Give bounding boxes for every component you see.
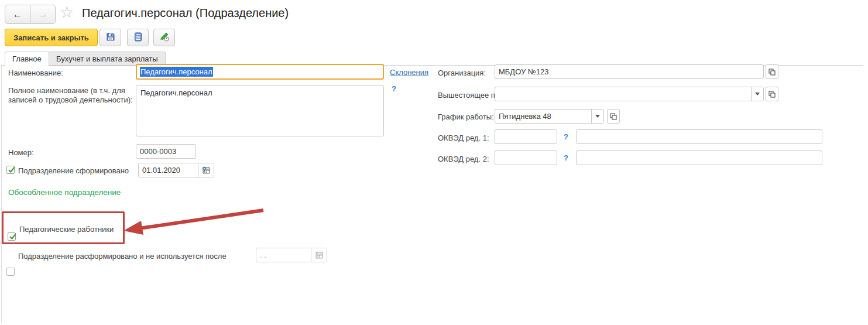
change-history-button[interactable]	[153, 29, 175, 46]
parent-division-dropdown-button[interactable]	[751, 87, 763, 101]
disbanded-date-placeholder: . .	[256, 248, 311, 262]
open-icon	[768, 69, 776, 76]
favorite-star-icon[interactable]: ☆	[60, 5, 74, 20]
disbanded-checkbox[interactable]	[6, 268, 15, 276]
organization-open-button[interactable]	[766, 64, 778, 79]
calendar-icon	[315, 251, 323, 259]
declension-link[interactable]: Склонения	[390, 68, 428, 77]
fullname-label-line1: Полное наименование (в т.ч. для	[8, 86, 125, 95]
formed-help-icon[interactable]: ?	[202, 165, 207, 174]
save-close-button[interactable]: Записать и закрыть	[5, 29, 98, 46]
okved1-name-input[interactable]	[576, 129, 822, 144]
organization-input[interactable]: МБДОУ №123	[495, 64, 764, 79]
check-icon	[8, 232, 18, 241]
formed-checkbox[interactable]	[6, 166, 15, 174]
annotation-arrow	[120, 202, 269, 238]
formed-date-value: 01.01.2020	[139, 163, 198, 177]
open-icon	[610, 113, 617, 120]
disbanded-date-calendar-button[interactable]	[311, 248, 327, 262]
tab-main[interactable]: Главное	[5, 52, 49, 66]
formed-checkbox-label[interactable]: Подразделение сформировано	[18, 166, 129, 175]
back-button[interactable]: ←	[5, 5, 30, 24]
work-schedule-open-button[interactable]	[607, 109, 620, 124]
okved1-code-input[interactable]	[495, 129, 557, 144]
pedagogical-checkbox-label[interactable]: Педагогические работники	[19, 225, 114, 234]
fullname-value: Педагогич.персонал	[140, 88, 212, 97]
forward-button[interactable]: →	[30, 5, 56, 24]
okved1-label: ОКВЭД ред. 1:	[438, 134, 489, 142]
forward-arrow-icon: →	[38, 9, 48, 20]
okved1-help-icon[interactable]: ?	[564, 132, 568, 141]
number-label: Номер:	[8, 148, 34, 157]
organization-value: МБДОУ №123	[499, 67, 549, 76]
check-icon	[7, 165, 16, 175]
separate-division-link[interactable]: Обособленное подразделение	[8, 188, 121, 197]
page-title: Педагогич.персонал (Подразделение)	[82, 6, 289, 20]
back-arrow-icon: ←	[13, 9, 23, 20]
parent-division-open-button[interactable]	[766, 87, 778, 101]
list-button[interactable]	[127, 29, 149, 46]
open-icon	[768, 91, 776, 98]
form-window: ← → ☆ Педагогич.персонал (Подразделение)…	[0, 0, 868, 325]
name-input-value: Педагогич.персонал	[140, 67, 213, 77]
organization-label: Организация:	[438, 69, 486, 77]
chevron-down-icon	[755, 93, 760, 95]
parent-division-combobox[interactable]	[495, 87, 764, 101]
pencil-clock-icon	[159, 32, 169, 43]
work-schedule-label: График работы:	[438, 112, 494, 121]
fullname-label-line2: записей о трудовой деятельности):	[8, 95, 133, 104]
work-schedule-combobox[interactable]: Пятидневка 48	[495, 109, 604, 124]
pedagogical-checkbox[interactable]	[8, 232, 16, 241]
name-label: Наименование:	[8, 69, 63, 77]
work-schedule-value: Пятидневка 48	[495, 110, 591, 123]
fullname-help-icon[interactable]: ?	[392, 84, 396, 93]
save-icon	[106, 32, 115, 43]
list-icon	[134, 32, 142, 43]
okved2-code-input[interactable]	[495, 150, 557, 165]
chevron-down-icon	[595, 115, 600, 118]
save-button[interactable]	[100, 29, 121, 46]
parent-division-value	[495, 87, 751, 101]
number-input[interactable]: 0000-0003	[136, 144, 196, 159]
disbanded-checkbox-label[interactable]: Подразделение расформировано и не исполь…	[18, 252, 227, 261]
fullname-textarea[interactable]: Педагогич.персонал	[136, 85, 384, 136]
okved2-label: ОКВЭД ред. 2:	[438, 155, 489, 163]
number-value: 0000-0003	[140, 147, 176, 156]
nav-buttons: ← →	[5, 5, 56, 24]
form-left-border	[1, 66, 2, 323]
okved2-name-input[interactable]	[576, 150, 822, 165]
work-schedule-dropdown-button[interactable]	[591, 110, 603, 123]
name-input[interactable]: Педагогич.персонал	[136, 64, 384, 80]
disbanded-date-input[interactable]: . .	[256, 248, 327, 262]
okved2-help-icon[interactable]: ?	[564, 153, 568, 162]
